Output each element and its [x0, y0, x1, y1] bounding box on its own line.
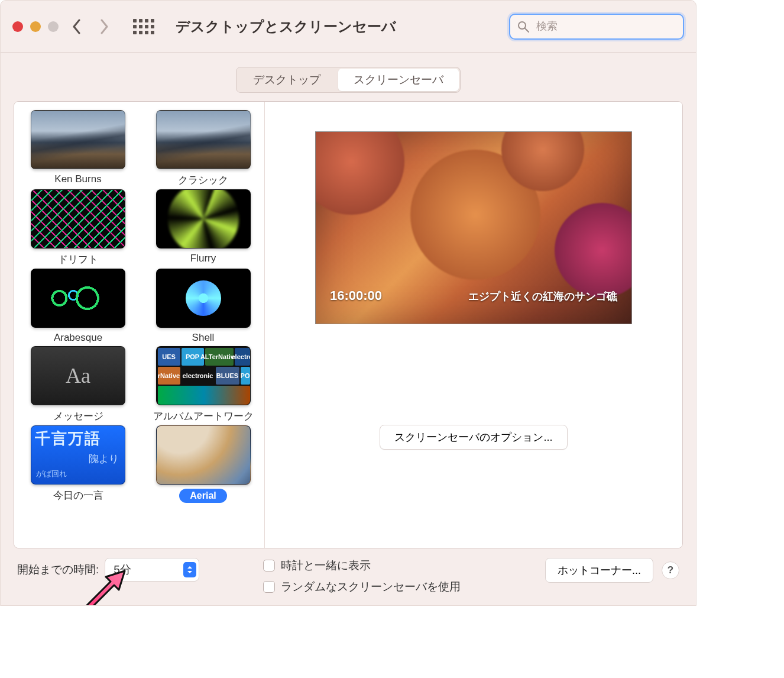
annotation-arrow-icon [82, 569, 129, 606]
saver-label-selected: Aerial [179, 489, 226, 503]
search-field[interactable] [509, 14, 684, 40]
saver-label: メッセージ [53, 409, 103, 423]
saver-thumb: UES POP ALTerNative electro rNative elec… [156, 346, 251, 405]
checkbox-label: ランダムなスクリーンセーバを使用 [281, 579, 461, 595]
saver-label: Arabesque [54, 332, 102, 344]
saver-thumb [156, 269, 251, 328]
saver-label: 今日の一言 [53, 489, 103, 502]
saver-label: ドリフト [58, 253, 98, 266]
search-input[interactable] [535, 20, 676, 33]
saver-ken-burns[interactable]: Ken Burns [22, 110, 134, 187]
saver-thumb [31, 110, 125, 169]
pane-title: デスクトップとスクリーンセーバ [176, 17, 396, 36]
checkbox-icon [263, 581, 275, 593]
screensaver-options-button[interactable]: スクリーンセーバのオプション... [380, 425, 567, 450]
tab-row: デスクトップ スクリーンセーバ [1, 67, 696, 93]
toolbar: デスクトップとスクリーンセーバ [1, 1, 696, 53]
preview-image: 16:00:00 エジプト近くの紅海のサンゴ礁 [315, 131, 632, 324]
saver-label: Shell [192, 332, 215, 344]
chevron-left-icon [72, 19, 82, 34]
saver-message[interactable]: Aa メッセージ [22, 346, 134, 423]
checkbox-group: 時計と一緒に表示 ランダムなスクリーンセーバを使用 [263, 558, 461, 595]
saver-flurry[interactable]: Flurry [148, 189, 259, 266]
random-screensaver-checkbox[interactable]: ランダムなスクリーンセーバを使用 [263, 579, 461, 595]
saver-label: クラシック [178, 173, 228, 187]
minimize-window-button[interactable] [30, 21, 41, 32]
saver-shell[interactable]: Shell [148, 269, 259, 344]
saver-label: Ken Burns [54, 173, 101, 185]
tab-screensaver[interactable]: スクリーンセーバ [338, 69, 459, 91]
saver-arabesque[interactable]: Arabesque [22, 269, 134, 344]
screensaver-list[interactable]: Ken Burns クラシック ドリフト Flurry Arabesque Sh [14, 102, 265, 548]
saver-classic[interactable]: クラシック [148, 110, 259, 187]
window-controls [12, 21, 59, 32]
zoom-window-button[interactable] [48, 21, 59, 32]
select-stepper-icon [183, 562, 196, 577]
saver-label: アルバムアートワーク [153, 409, 254, 423]
prefs-window: デスクトップとスクリーンセーバ デスクトップ スクリーンセーバ Ken Burn… [0, 0, 696, 606]
saver-drift[interactable]: ドリフト [22, 189, 134, 266]
forward-button[interactable] [95, 15, 113, 38]
checkbox-icon [263, 560, 275, 572]
saver-album-artwork[interactable]: UES POP ALTerNative electro rNative elec… [148, 346, 259, 423]
saver-thumb [156, 189, 251, 248]
saver-thumb [31, 269, 125, 328]
tab-segmented: デスクトップ スクリーンセーバ [236, 67, 461, 93]
search-icon [517, 21, 529, 33]
svg-point-0 [519, 22, 526, 29]
message-glyph: Aa [66, 363, 90, 388]
saver-thumb [156, 110, 251, 169]
hot-corners-button[interactable]: ホットコーナー... [545, 558, 653, 583]
bottom-right-controls: ホットコーナー... ? [545, 558, 679, 583]
show-clock-checkbox[interactable]: 時計と一緒に表示 [263, 558, 461, 573]
preview-location: エジプト近くの紅海のサンゴ礁 [468, 289, 617, 304]
svg-line-1 [525, 28, 529, 32]
main-panel: Ken Burns クラシック ドリフト Flurry Arabesque Sh [14, 101, 683, 548]
saver-thumb [156, 425, 251, 485]
saver-aerial[interactable]: Aerial [148, 425, 259, 503]
back-button[interactable] [68, 15, 86, 38]
saver-thumb: 千言万語 隗より がば回れ [31, 425, 125, 485]
checkbox-label: 時計と一緒に表示 [281, 558, 371, 573]
preview-clock: 16:00:00 [330, 288, 382, 304]
help-button[interactable]: ? [662, 561, 679, 579]
tab-desktop[interactable]: デスクトップ [237, 67, 337, 92]
close-window-button[interactable] [12, 21, 23, 32]
preview-pane: 16:00:00 エジプト近くの紅海のサンゴ礁 スクリーンセーバのオプション..… [265, 102, 682, 548]
saver-word-of-the-day[interactable]: 千言万語 隗より がば回れ 今日の一言 [22, 425, 134, 503]
saver-thumb: Aa [31, 346, 125, 405]
chevron-right-icon [99, 19, 109, 34]
saver-thumb [31, 189, 125, 248]
saver-label: Flurry [190, 253, 216, 264]
show-all-prefs-button[interactable] [133, 19, 154, 34]
